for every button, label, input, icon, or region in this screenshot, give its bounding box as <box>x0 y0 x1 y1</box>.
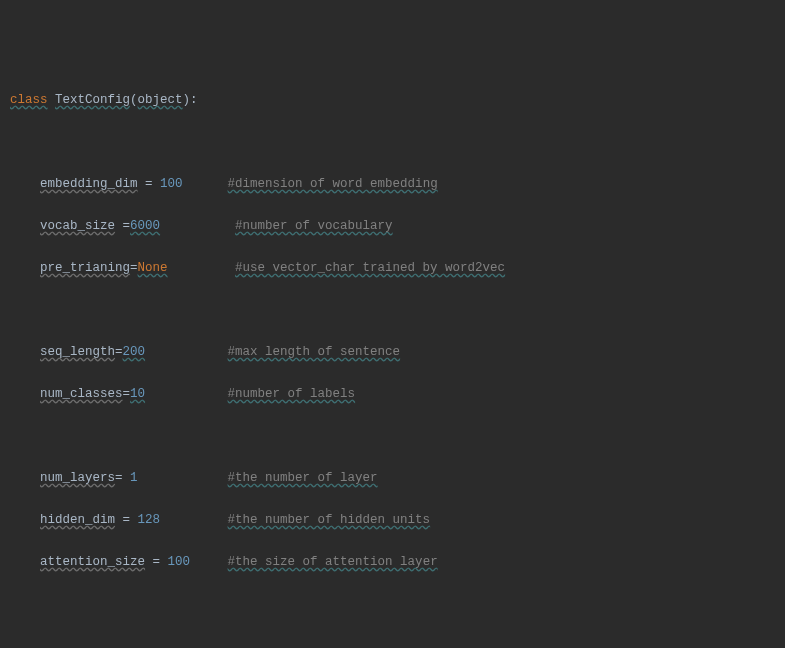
prop-hidden-dim: hidden_dim <box>40 513 115 527</box>
code-line-blank <box>10 636 775 648</box>
prop-vocab-size: vocab_size <box>40 219 115 233</box>
val-seq-length: 200 <box>123 345 146 359</box>
comment: #number of vocabulary <box>235 219 393 233</box>
prop-num-layers: num_layers <box>40 471 115 485</box>
comment: #the number of layer <box>228 471 378 485</box>
comment: #number of labels <box>228 387 356 401</box>
code-line-num-classes: num_classes=10 #number of labels <box>10 384 775 405</box>
code-line-blank <box>10 426 775 447</box>
prop-pre-trianing: pre_trianing <box>40 261 130 275</box>
val-attention-size: 100 <box>168 555 191 569</box>
val-vocab-size: 6000 <box>130 219 160 233</box>
keyword-class: class <box>10 93 48 107</box>
prop-num-classes: num_classes <box>40 387 123 401</box>
code-line-vocab-size: vocab_size =6000 #number of vocabulary <box>10 216 775 237</box>
code-line-num-layers: num_layers= 1 #the number of layer <box>10 468 775 489</box>
code-line-attention-size: attention_size = 100 #the size of attent… <box>10 552 775 573</box>
comment: #use vector_char trained by word2vec <box>235 261 505 275</box>
code-line-hidden-dim: hidden_dim = 128 #the number of hidden u… <box>10 510 775 531</box>
base-class: object <box>138 93 183 107</box>
class-name: TextConfig <box>55 93 130 107</box>
prop-attention-size: attention_size <box>40 555 145 569</box>
val-hidden-dim: 128 <box>138 513 161 527</box>
code-line-blank <box>10 594 775 615</box>
comment: #dimension of word embedding <box>228 177 438 191</box>
val-pre-trianing: None <box>138 261 168 275</box>
code-line-seq-length: seq_length=200 #max length of sentence <box>10 342 775 363</box>
val-num-classes: 10 <box>130 387 145 401</box>
code-line-blank <box>10 132 775 153</box>
val-embedding-dim: 100 <box>160 177 183 191</box>
prop-embedding-dim: embedding_dim <box>40 177 138 191</box>
val-num-layers: 1 <box>130 471 138 485</box>
code-editor[interactable]: class TextConfig(object): embedding_dim … <box>10 90 775 648</box>
code-line-blank <box>10 300 775 321</box>
comment: #the size of attention layer <box>228 555 438 569</box>
code-line-pre-training: pre_trianing=None #use vector_char train… <box>10 258 775 279</box>
code-line-embedding-dim: embedding_dim = 100 #dimension of word e… <box>10 174 775 195</box>
prop-seq-length: seq_length <box>40 345 115 359</box>
comment: #max length of sentence <box>228 345 401 359</box>
code-line-1: class TextConfig(object): <box>10 90 775 111</box>
comment: #the number of hidden units <box>228 513 431 527</box>
